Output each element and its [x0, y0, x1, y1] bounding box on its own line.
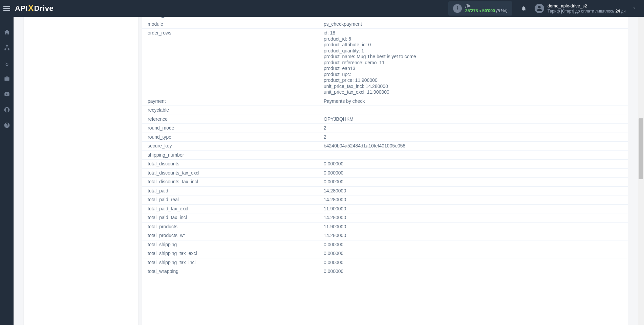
field-key: shipping_number: [142, 150, 318, 160]
topbar: API X Drive i Дії: 25'278 з 50'000 (51%)…: [0, 0, 644, 17]
table-row: paymentPayments by check: [142, 97, 628, 106]
field-key: total_paid_tax_incl: [142, 213, 318, 223]
field-value: 0.000000: [318, 249, 628, 258]
logo-text-x: X: [28, 3, 34, 13]
youtube-icon: [4, 91, 10, 97]
actions-value: 25'278 з 50'000 (51%): [465, 8, 508, 14]
table-row: total_discounts_tax_excl0.000000: [142, 168, 628, 178]
table-row: total_shipping_tax_incl0.000000: [142, 258, 628, 267]
notifications-button[interactable]: [518, 2, 530, 15]
field-key: total_discounts_tax_excl: [142, 168, 318, 178]
field-value: [318, 106, 628, 115]
field-value: ps_checkpayment: [318, 20, 628, 29]
sidebar-item-connections[interactable]: [0, 43, 14, 51]
logo-text-post: Drive: [34, 4, 54, 13]
field-key: total_shipping_tax_incl: [142, 258, 318, 267]
field-key: total_paid: [142, 186, 318, 195]
table-row: total_discounts0.000000: [142, 160, 628, 169]
user-circle-icon: [4, 107, 10, 113]
svg-rect-1: [5, 49, 6, 50]
field-key: total_shipping_tax_excl: [142, 249, 318, 258]
logo[interactable]: API X Drive: [14, 4, 53, 13]
svg-rect-0: [6, 45, 7, 46]
table-row: recyclable: [142, 106, 628, 115]
sidebar: [0, 17, 14, 325]
field-value: 14.280000: [318, 195, 628, 205]
field-value: 2: [318, 124, 628, 133]
table-row: total_paid_tax_incl14.280000: [142, 213, 628, 223]
user-menu-chevron[interactable]: [628, 6, 641, 11]
scrollbar-thumb[interactable]: [639, 118, 643, 179]
scrollbar[interactable]: [638, 17, 644, 325]
field-value: 11.900000: [318, 222, 628, 231]
sidebar-item-account[interactable]: [0, 106, 14, 114]
field-key: total_paid_real: [142, 195, 318, 205]
table-row: mobile_theme: [142, 17, 628, 20]
sidebar-item-tools[interactable]: [0, 74, 14, 83]
table-row: moduleps_checkpayment: [142, 20, 628, 29]
field-value: 11.900000: [318, 204, 628, 213]
dollar-icon: [4, 60, 10, 66]
user-tariff: Тариф |Старт| до оплати лишилось 24 дн: [548, 9, 626, 14]
field-value: 14.280000: [318, 186, 628, 195]
question-icon: [4, 122, 10, 129]
home-icon: [4, 29, 10, 35]
sidebar-item-billing[interactable]: [0, 59, 14, 67]
table-row: shipping_number: [142, 150, 628, 160]
table-row: total_paid14.280000: [142, 186, 628, 195]
field-value: 0.000000: [318, 168, 628, 178]
field-key: total_paid_tax_excl: [142, 204, 318, 213]
field-key: mobile_theme: [142, 17, 318, 20]
table-row: order_rowsid: 18product_id: 6product_att…: [142, 29, 628, 97]
field-value: Payments by check: [318, 97, 628, 106]
field-key: total_discounts: [142, 160, 318, 169]
left-panel: [24, 17, 138, 325]
actions-label: Дії:: [465, 3, 508, 8]
logo-text-pre: API: [15, 4, 28, 13]
table-row: secure_keyb4240b04a52484d1a10fef401005e0…: [142, 142, 628, 151]
table-row: referenceOPYJBQHKM: [142, 115, 628, 124]
data-table: mobile_thememoduleps_checkpaymentorder_r…: [142, 17, 628, 276]
table-row: total_products_wt14.280000: [142, 231, 628, 240]
data-panel: mobile_thememoduleps_checkpaymentorder_r…: [142, 17, 628, 325]
field-key: module: [142, 20, 318, 29]
sitemap-icon: [4, 44, 10, 51]
sidebar-item-video[interactable]: [0, 90, 14, 98]
field-key: payment: [142, 97, 318, 106]
sidebar-item-help[interactable]: [0, 121, 14, 129]
field-key: total_products: [142, 222, 318, 231]
table-row: total_products11.900000: [142, 222, 628, 231]
briefcase-icon: [4, 75, 10, 82]
field-key: round_type: [142, 133, 318, 142]
field-value: id: 18product_id: 6product_attribute_id:…: [318, 29, 628, 97]
table-row: total_shipping0.000000: [142, 240, 628, 249]
field-key: secure_key: [142, 142, 318, 151]
table-row: total_paid_real14.280000: [142, 195, 628, 205]
svg-rect-2: [8, 49, 9, 50]
chevron-down-icon: [632, 6, 637, 10]
field-key: round_mode: [142, 124, 318, 133]
menu-toggle-button[interactable]: [0, 0, 14, 17]
field-key: recyclable: [142, 106, 318, 115]
field-value: [318, 150, 628, 160]
actions-counter[interactable]: i Дії: 25'278 з 50'000 (51%): [448, 1, 512, 16]
field-value: 0.000000: [318, 178, 628, 187]
field-value: 0.000000: [318, 258, 628, 267]
avatar: [535, 4, 544, 13]
user-icon: [536, 5, 542, 11]
sidebar-item-home[interactable]: [0, 28, 14, 36]
field-key: total_shipping: [142, 240, 318, 249]
user-menu[interactable]: demo_apix-drive_s2 Тариф |Старт| до опла…: [533, 2, 628, 15]
table-row: total_shipping_tax_excl0.000000: [142, 249, 628, 258]
field-key: reference: [142, 115, 318, 124]
content-area: mobile_thememoduleps_checkpaymentorder_r…: [14, 17, 644, 325]
field-key: total_discounts_tax_incl: [142, 178, 318, 187]
field-key: order_rows: [142, 29, 318, 97]
info-icon: i: [453, 4, 462, 13]
field-value: 14.280000: [318, 213, 628, 223]
field-value: 0.000000: [318, 160, 628, 169]
table-row: round_type2: [142, 133, 628, 142]
field-value: OPYJBQHKM: [318, 115, 628, 124]
user-name: demo_apix-drive_s2: [548, 3, 626, 9]
field-value: b4240b04a52484d1a10fef401005e058: [318, 142, 628, 151]
